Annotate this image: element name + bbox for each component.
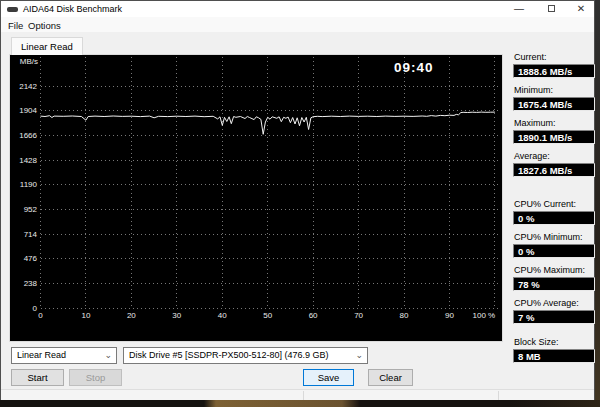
x-tick-label: 70 <box>342 311 376 320</box>
close-button[interactable]: ✕ <box>567 1 595 17</box>
stat-value: 78 % <box>513 277 595 291</box>
y-tick-label: 952 <box>10 205 37 214</box>
stat-value: 0 % <box>513 211 595 225</box>
stat-maximum: Maximum: 1890.1 MB/s <box>513 118 595 144</box>
x-tick-label: 60 <box>296 311 330 320</box>
stat-label: CPU% Current: <box>514 199 595 209</box>
clear-button[interactable]: Clear <box>368 369 413 386</box>
stat-cpu-maximum: CPU% Maximum: 78 % <box>513 265 595 291</box>
app-window: AIDA64 Disk Benchmark — ✕ File Options L… <box>0 0 595 400</box>
window-title: AIDA64 Disk Benchmark <box>23 4 122 14</box>
y-tick-label: 1904 <box>10 106 37 115</box>
y-tick-label: 1428 <box>10 156 37 165</box>
test-type-value: Linear Read <box>17 350 66 360</box>
drive-select-value: Disk Drive #5 [SSDPR-PX500-512-80] (476.… <box>129 350 329 360</box>
x-tick-label: 40 <box>205 311 239 320</box>
x-tick-label: 0 <box>24 311 58 320</box>
x-tick-label: 10 <box>69 311 103 320</box>
test-type-select[interactable]: Linear Read ⌄ <box>11 347 117 364</box>
stop-button[interactable]: Stop <box>69 369 122 386</box>
stat-block-size: Block Size: 8 MB <box>513 337 595 363</box>
menu-options[interactable]: Options <box>24 19 65 32</box>
menu-bar: File Options <box>1 17 594 32</box>
stat-minimum: Minimum: 1675.4 MB/s <box>513 85 595 111</box>
stat-value: 1890.1 MB/s <box>513 130 595 144</box>
stat-average: Average: 1827.6 MB/s <box>513 151 595 177</box>
stat-label: Current: <box>514 52 595 62</box>
x-tick-label: 50 <box>251 311 285 320</box>
stat-value: 7 % <box>513 310 595 324</box>
app-icon <box>7 7 18 12</box>
minimize-button[interactable]: — <box>505 1 533 17</box>
chart-pane: MB/s 09:40 21421904166614281190952714476… <box>9 54 503 342</box>
stat-value: 1888.6 MB/s <box>513 64 595 78</box>
stat-value: 0 % <box>513 244 595 258</box>
maximize-icon <box>548 5 555 12</box>
stat-label: CPU% Minimum: <box>514 232 595 242</box>
y-tick-label: 1666 <box>10 131 37 140</box>
x-tick-label: 80 <box>387 311 421 320</box>
x-tick-label: 90 <box>432 311 466 320</box>
x-tick-label: 30 <box>160 311 194 320</box>
desktop-edge-bottom <box>0 400 600 407</box>
stat-cpu-minimum: CPU% Minimum: 0 % <box>513 232 595 258</box>
drive-select[interactable]: Disk Drive #5 [SSDPR-PX500-512-80] (476.… <box>123 347 368 364</box>
stat-current: Current: 1888.6 MB/s <box>513 52 595 78</box>
stat-cpu-average: CPU% Average: 7 % <box>513 298 595 324</box>
y-tick-label: 714 <box>10 230 37 239</box>
stat-label: Maximum: <box>514 118 595 128</box>
stat-cpu-current: CPU% Current: 0 % <box>513 199 595 225</box>
y-tick-label: 2142 <box>10 82 37 91</box>
benchmark-trace <box>41 112 495 134</box>
elapsed-time: 09:40 <box>394 60 434 75</box>
x-tick-label: 20 <box>114 311 148 320</box>
screenshot-root: AIDA64 Disk Benchmark — ✕ File Options L… <box>0 0 600 407</box>
stat-label: Block Size: <box>514 337 595 347</box>
y-tick-label: 238 <box>10 279 37 288</box>
stat-label: Average: <box>514 151 595 161</box>
y-tick-label: 1190 <box>10 180 37 189</box>
chevron-down-icon: ⌄ <box>355 348 363 363</box>
stat-label: CPU% Maximum: <box>514 265 595 275</box>
status-bar <box>1 389 594 400</box>
start-button[interactable]: Start <box>11 369 64 386</box>
maximize-button[interactable] <box>537 1 565 17</box>
chevron-down-icon: ⌄ <box>104 348 112 363</box>
title-bar[interactable]: AIDA64 Disk Benchmark — ✕ <box>1 1 594 17</box>
stat-label: Minimum: <box>514 85 595 95</box>
stat-label: CPU% Average: <box>514 298 595 308</box>
save-button[interactable]: Save <box>303 369 354 386</box>
y-axis-unit: MB/s <box>12 57 38 66</box>
chart-canvas <box>10 55 502 341</box>
stat-value: 8 MB <box>513 349 595 363</box>
stat-value: 1827.6 MB/s <box>513 163 595 177</box>
desktop-edge-right <box>595 0 600 407</box>
stat-value: 1675.4 MB/s <box>513 97 595 111</box>
y-tick-label: 476 <box>10 254 37 263</box>
x-tick-label: 100 % <box>467 311 501 320</box>
tab-linear-read[interactable]: Linear Read <box>11 37 83 55</box>
